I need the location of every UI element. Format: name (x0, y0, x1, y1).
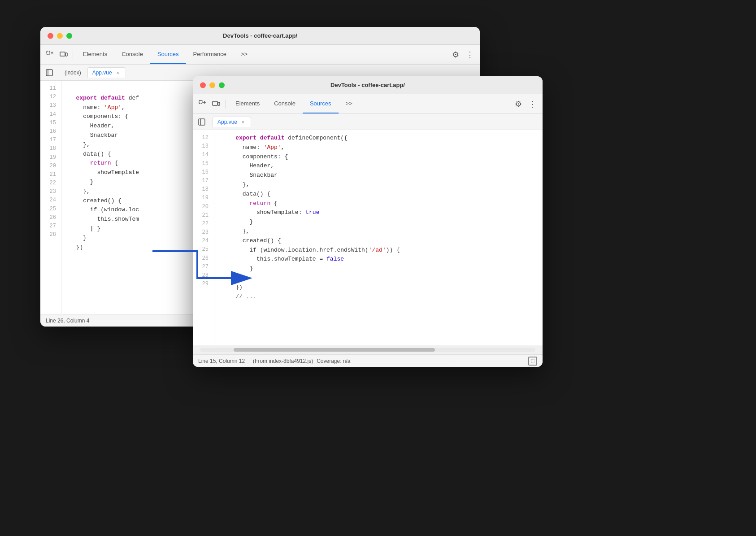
tab-sources-front[interactable]: Sources (303, 94, 339, 113)
line-numbers-back: 11 12 13 14 15 16 17 18 19 20 21 22 23 2… (40, 81, 62, 314)
toolbar-right-back: ⚙ ⋮ (449, 48, 476, 61)
maximize-button-front[interactable] (219, 82, 225, 88)
tab-more-front[interactable]: >> (339, 94, 360, 113)
window-controls-front (200, 82, 225, 88)
file-tabs-front: App.vue × (193, 114, 543, 130)
coverage-panel-icon[interactable]: ⬚ (528, 357, 537, 366)
file-tab-close-front[interactable]: × (240, 119, 246, 125)
tab-bar-front: Elements Console Sources >> (228, 94, 511, 113)
more-icon-back[interactable]: ⋮ (464, 48, 476, 61)
tab-elements-front[interactable]: Elements (228, 94, 267, 113)
titlebar-front: DevTools - coffee-cart.app/ (193, 76, 543, 94)
tab-performance-back[interactable]: Performance (186, 45, 234, 64)
tab-console-back[interactable]: Console (114, 45, 150, 64)
file-tab-close-back[interactable]: × (115, 70, 121, 76)
close-button-front[interactable] (200, 82, 206, 88)
status-text-back: Line 26, Column 4 (46, 318, 89, 324)
scrollbar-thumb-front[interactable] (234, 348, 435, 352)
tab-console-front[interactable]: Console (267, 94, 303, 113)
svg-rect-0 (47, 51, 50, 54)
sidebar-toggle-back[interactable] (44, 67, 55, 78)
svg-rect-3 (46, 70, 52, 76)
toolbar-right-front: ⚙ ⋮ (512, 98, 539, 110)
titlebar-title-front: DevTools - coffee-cart.app/ (330, 82, 405, 88)
code-lines-front: export default defineComponent({ name: '… (214, 130, 543, 345)
status-coverage-front: Coverage: n/a (317, 358, 350, 364)
toolbar-back: Elements Console Sources Performance >> … (40, 45, 480, 65)
gear-icon-front[interactable]: ⚙ (512, 98, 525, 110)
svg-rect-7 (218, 102, 220, 105)
more-icon-front[interactable]: ⋮ (526, 98, 539, 110)
tab-bar-back: Elements Console Sources Performance >> (76, 45, 448, 64)
svg-rect-2 (65, 53, 67, 56)
svg-rect-5 (199, 100, 202, 104)
tab-more-back[interactable]: >> (234, 45, 255, 64)
status-position-front: Line 15, Column 12 (198, 358, 245, 364)
svg-rect-6 (213, 101, 217, 105)
file-tab-label-back: App.vue (92, 70, 112, 76)
titlebar-back: DevTools - coffee-cart.app/ (40, 27, 480, 45)
toolbar-sep-back (73, 50, 73, 59)
inspect-icon-back[interactable] (44, 48, 56, 61)
file-tab-index-back[interactable]: (index) (60, 68, 86, 78)
device-icon-back[interactable] (57, 48, 70, 61)
svg-rect-1 (60, 52, 65, 56)
file-tab-app-vue-back[interactable]: App.vue × (87, 67, 126, 78)
close-button-back[interactable] (48, 33, 53, 39)
minimize-button-back[interactable] (57, 33, 63, 39)
titlebar-title-back: DevTools - coffee-cart.app/ (223, 32, 297, 39)
code-editor-front: 12 13 14 15 16 17 18 19 20 21 22 23 24 2… (193, 130, 543, 345)
status-bar-front: Line 15, Column 12 (From index-8bfa4912.… (193, 354, 543, 367)
toolbar-sep-front (225, 100, 226, 109)
maximize-button-back[interactable] (66, 33, 72, 39)
line-numbers-front: 12 13 14 15 16 17 18 19 20 21 22 23 24 2… (193, 130, 214, 345)
horizontal-scrollbar-front[interactable] (200, 348, 535, 352)
sidebar-toggle-front[interactable] (196, 117, 207, 127)
toolbar-front: Elements Console Sources >> ⚙ ⋮ (193, 94, 543, 114)
coverage-icon[interactable]: ⬚ (528, 357, 537, 366)
tab-sources-back[interactable]: Sources (150, 45, 186, 64)
inspect-icon-front[interactable] (196, 98, 209, 110)
tab-elements-back[interactable]: Elements (76, 45, 114, 64)
minimize-button-front[interactable] (209, 82, 215, 88)
file-tab-label-front: App.vue (217, 119, 237, 125)
status-from-front: (From index-8bfa4912.js) (248, 358, 313, 364)
code-area-front: 12 13 14 15 16 17 18 19 20 21 22 23 24 2… (193, 130, 543, 354)
file-tab-app-vue-front[interactable]: App.vue × (213, 117, 251, 127)
svg-rect-8 (199, 119, 205, 125)
devtools-front-window: DevTools - coffee-cart.app/ Elements Con… (193, 76, 543, 367)
gear-icon-back[interactable]: ⚙ (449, 48, 462, 61)
window-controls-back (48, 33, 72, 39)
device-icon-front[interactable] (210, 98, 222, 110)
